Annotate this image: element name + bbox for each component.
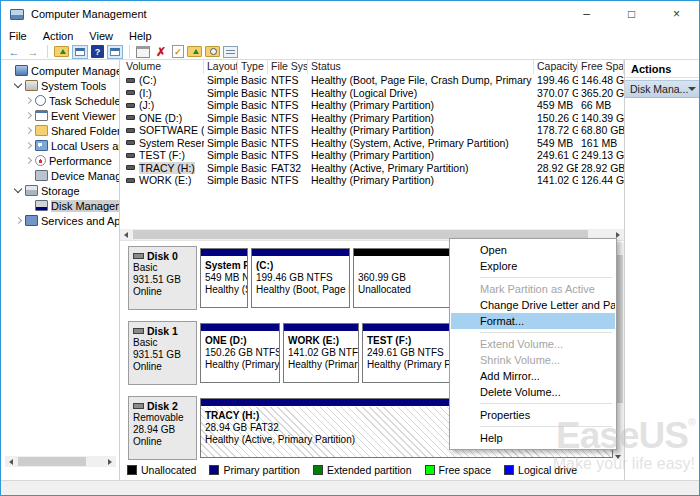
volume-row[interactable]: TRACY (H:)SimpleBasicFAT32Healthy (Activ… — [120, 162, 624, 175]
help-icon[interactable]: ? — [91, 45, 104, 58]
menu-help[interactable]: Help — [121, 30, 160, 42]
volume-row[interactable]: (I:)SimpleBasicNTFSHealthy (Logical Driv… — [120, 87, 624, 100]
scroll-right-icon[interactable] — [108, 459, 112, 465]
maximize-button[interactable]: □ — [609, 1, 654, 27]
scroll-right-icon[interactable] — [616, 232, 620, 238]
expander-expanded-icon[interactable] — [14, 81, 23, 90]
delete-icon[interactable]: ✗ — [153, 45, 169, 59]
disk-size: 931.51 GB — [133, 349, 192, 361]
volume-row[interactable]: (J:)SimpleBasicNTFSHealthy (Primary Part… — [120, 99, 624, 112]
console-tree-icon[interactable] — [107, 45, 123, 59]
context-menu-item-open[interactable]: Open — [451, 242, 615, 258]
sidebar-item-services-and-applicatio[interactable]: Services and Applicatio — [2, 213, 119, 228]
disk-name: Disk 1 — [133, 325, 192, 337]
volume-capacity: 28.92 GB — [534, 162, 578, 174]
partition-work-e[interactable]: WORK (E:)141.02 GB NTFSHealthy (Primary … — [283, 323, 359, 383]
disk-header[interactable]: Disk 2Removable28.94 GBOnline — [128, 396, 197, 460]
volume-type: Basic — [238, 99, 268, 111]
popup-window-icon[interactable] — [136, 46, 150, 58]
volume-filesystem: NTFS — [268, 174, 308, 186]
context-menu-item-add-mirror[interactable]: Add Mirror... — [451, 368, 615, 384]
disk-icon — [133, 253, 144, 259]
partition-color-bar — [201, 249, 247, 257]
show-window-icon[interactable] — [72, 45, 88, 59]
disk-header[interactable]: Disk 0Basic931.51 GBOnline — [128, 246, 197, 310]
back-icon[interactable]: ← — [6, 45, 22, 59]
context-menu-item-change-drive-letter-and-paths[interactable]: Change Drive Letter and Paths... — [451, 297, 615, 313]
event-viewer-icon — [35, 110, 48, 121]
partition-one-d[interactable]: ONE (D:)150.26 GB NTFSHealthy (Primary P — [200, 323, 280, 383]
sidebar-item-task-scheduler[interactable]: Task Scheduler — [2, 93, 119, 108]
forward-icon[interactable]: → — [25, 45, 41, 59]
sidebar-item-storage[interactable]: Storage — [2, 183, 119, 198]
volume-row[interactable]: TEST (F:)SimpleBasicNTFSHealthy (Primary… — [120, 149, 624, 162]
column-header-status[interactable]: Status — [308, 60, 534, 74]
volume-layout: Simple — [204, 87, 238, 99]
sidebar-item-device-manager[interactable]: Device Manager — [2, 168, 119, 183]
storage-icon — [25, 185, 38, 196]
sidebar-item-performance[interactable]: Performance — [2, 153, 119, 168]
disk-management-actions-dropdown[interactable]: Disk Mana... — [625, 80, 700, 98]
partition-name: (C:) — [256, 260, 345, 272]
scroll-left-icon[interactable] — [9, 459, 13, 465]
scroll-down-icon[interactable] — [615, 455, 621, 459]
minimize-button[interactable]: – — [564, 1, 609, 27]
rescan-icon[interactable] — [187, 46, 202, 57]
sidebar-item-label: Event Viewer — [51, 110, 116, 122]
context-menu-item-delete-volume[interactable]: Delete Volume... — [451, 384, 615, 400]
volume-layout: Simple — [204, 149, 238, 161]
expander-collapsed-icon[interactable] — [24, 141, 33, 150]
expander-collapsed-icon[interactable] — [14, 216, 23, 225]
volume-row[interactable]: System ReservedSimpleBasicNTFSHealthy (S… — [120, 137, 624, 150]
column-header-volume[interactable]: Volume — [123, 60, 204, 74]
properties-icon[interactable] — [223, 46, 238, 58]
context-menu-item-format[interactable]: Format... — [451, 313, 615, 329]
partition-c[interactable]: (C:)199.46 GB NTFSHealthy (Boot, Page Fi… — [251, 248, 350, 308]
tree-hscrollbar[interactable] — [5, 456, 116, 467]
volume-icon — [126, 103, 135, 108]
column-header-layout[interactable]: Layout — [204, 60, 238, 74]
volume-type: Basic — [238, 174, 268, 186]
expander-collapsed-icon[interactable] — [24, 96, 33, 105]
sidebar-item-computer-management[interactable]: Computer Management ( — [2, 63, 119, 78]
volume-name: ONE (D:) — [139, 112, 182, 124]
context-menu-item-properties[interactable]: Properties — [451, 407, 615, 423]
menu-action[interactable]: Action — [35, 30, 82, 42]
partition-system-re[interactable]: System Re549 MB NTHealthy (S — [200, 248, 248, 308]
search-icon[interactable] — [205, 46, 220, 57]
volume-row[interactable]: (C:)SimpleBasicNTFSHealthy (Boot, Page F… — [120, 74, 624, 87]
no-expander — [24, 171, 33, 180]
expander-collapsed-icon[interactable] — [24, 126, 33, 135]
partition-size-line: 150.26 GB NTFS — [205, 347, 275, 359]
sidebar-item-disk-management[interactable]: Disk Management — [2, 198, 119, 213]
volume-row[interactable]: SOFTWARE (G:)SimpleBasicNTFSHealthy (Pri… — [120, 124, 624, 137]
disk-header[interactable]: Disk 1Basic931.51 GBOnline — [128, 321, 197, 385]
menu-view[interactable]: View — [81, 30, 121, 42]
column-header-type[interactable]: Type — [238, 60, 268, 74]
volume-row[interactable]: ONE (D:)SimpleBasicNTFSHealthy (Primary … — [120, 112, 624, 125]
sidebar-item-local-users-and-gr[interactable]: Local Users and Gr — [2, 138, 119, 153]
refresh-icon[interactable]: ✓ — [172, 45, 184, 58]
context-menu-item-help[interactable]: Help — [451, 430, 615, 446]
expander-collapsed-icon[interactable] — [24, 111, 33, 120]
sidebar-item-system-tools[interactable]: System Tools — [2, 78, 119, 93]
volume-name: (I:) — [139, 87, 152, 99]
volume-row[interactable]: WORK (E:)SimpleBasicNTFSHealthy (Primary… — [120, 174, 624, 187]
volume-filesystem: NTFS — [268, 137, 308, 149]
scrollbar-thumb[interactable] — [18, 457, 86, 466]
column-header-file-system[interactable]: File System — [268, 60, 308, 74]
menu-file[interactable]: File — [1, 30, 35, 42]
volume-free-space: 365.20 GB — [578, 87, 624, 99]
context-menu-item-explore[interactable]: Explore — [451, 258, 615, 274]
close-button[interactable]: × — [654, 1, 699, 27]
window-title: Computer Management — [31, 8, 147, 20]
sidebar-item-event-viewer[interactable]: Event Viewer — [2, 108, 119, 123]
scroll-left-icon[interactable] — [124, 232, 128, 238]
volume-type: Basic — [238, 87, 268, 99]
expander-expanded-icon[interactable] — [14, 186, 23, 195]
column-header-free-space[interactable]: Free Space — [578, 60, 624, 74]
sidebar-item-shared-folders[interactable]: Shared Folders — [2, 123, 119, 138]
expander-collapsed-icon[interactable] — [24, 156, 33, 165]
up-folder-icon[interactable] — [54, 46, 69, 57]
column-header-capacity[interactable]: Capacity — [534, 60, 578, 74]
